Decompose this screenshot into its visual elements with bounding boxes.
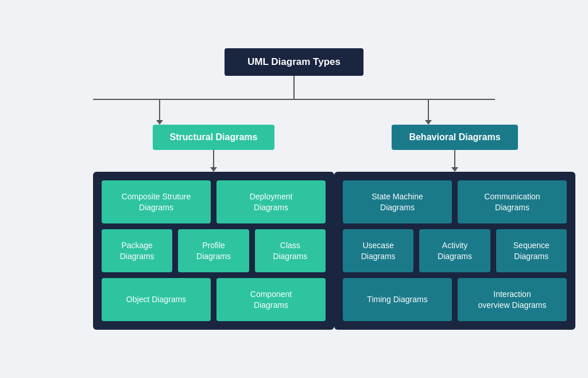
behavioral-branch: Behavioral Diagrams State MachineDiagram…: [334, 125, 575, 330]
structural-label: Structural Diagrams: [170, 132, 258, 142]
structural-node: Structural Diagrams: [153, 125, 275, 150]
behavioral-node: Behavioral Diagrams: [392, 125, 517, 150]
object-diagrams: Object Diagrams: [102, 278, 211, 321]
branch-container: [93, 100, 495, 125]
package-diagrams: PackageDiagrams: [102, 229, 172, 272]
right-branch-line: [425, 100, 432, 125]
behavioral-container: State MachineDiagrams CommunicationDiagr…: [334, 172, 575, 330]
composite-structure-diagrams: Composite StrutureDiagrams: [102, 180, 211, 223]
usecase-diagrams: UsecaseDiagrams: [343, 229, 413, 272]
structural-container: Composite StrutureDiagrams DeploymentDia…: [93, 172, 334, 330]
communication-diagrams: CommunicationDiagrams: [458, 180, 567, 223]
structural-row-3: Object Diagrams ComponentDiagrams: [102, 278, 326, 321]
left-branch-line: [156, 100, 163, 125]
behavioral-row-3: Timing Diagrams Interactionoverview Diag…: [343, 278, 567, 321]
timing-diagrams: Timing Diagrams: [343, 278, 452, 321]
behavioral-down-arrow: [451, 150, 458, 172]
root-node: UML Diagram Types: [225, 48, 363, 76]
behavioral-label: Behavioral Diagrams: [409, 132, 500, 142]
behavioral-row-1: State MachineDiagrams CommunicationDiagr…: [343, 180, 567, 223]
state-machine-diagrams: State MachineDiagrams: [343, 180, 452, 223]
root-connector: [293, 76, 295, 99]
profile-diagrams: ProfileDiagrams: [178, 229, 249, 272]
deployment-diagrams: DeploymentDiagrams: [216, 180, 326, 223]
activity-diagrams: ActivityDiagrams: [419, 229, 490, 272]
sequence-diagrams: SequenceDiagrams: [496, 229, 567, 272]
diagram-container: UML Diagram Types Structural Diagrams: [13, 48, 575, 330]
interaction-overview-diagrams: Interactionoverview Diagrams: [458, 278, 567, 321]
h-branch-line: [93, 99, 495, 100]
level1-row: Structural Diagrams Composite StrutureDi…: [93, 125, 495, 330]
structural-row-1: Composite StrutureDiagrams DeploymentDia…: [102, 180, 326, 223]
behavioral-row-2: UsecaseDiagrams ActivityDiagrams Sequenc…: [343, 229, 567, 272]
structural-branch: Structural Diagrams Composite StrutureDi…: [93, 125, 334, 330]
structural-row-2: PackageDiagrams ProfileDiagrams ClassDia…: [102, 229, 326, 272]
structural-down-arrow: [210, 150, 217, 172]
component-diagrams: ComponentDiagrams: [216, 278, 326, 321]
root-label: UML Diagram Types: [247, 56, 341, 67]
class-diagrams: ClassDiagrams: [255, 229, 326, 272]
